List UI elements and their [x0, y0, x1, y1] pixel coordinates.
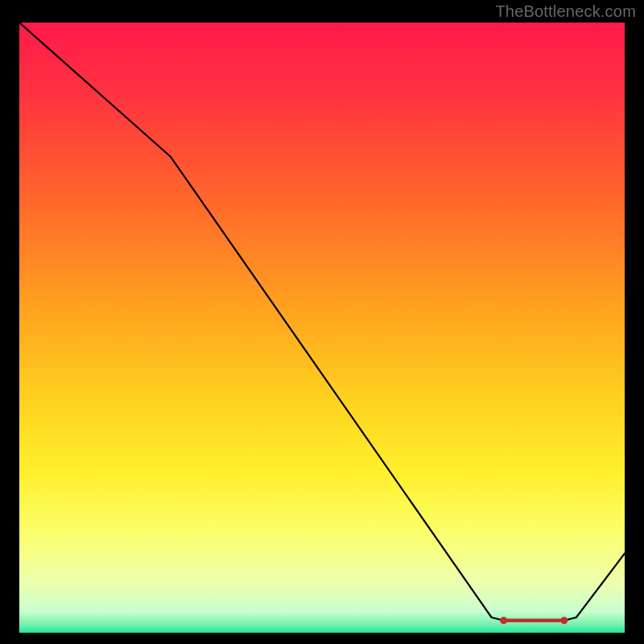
optimal-range-start-dot	[500, 617, 507, 624]
optimal-range-end-dot	[560, 617, 568, 624]
plot-area	[19, 23, 625, 633]
plot-svg	[19, 23, 625, 633]
attribution-text: TheBottleneck.com	[495, 2, 636, 21]
chart-frame: TheBottleneck.com	[0, 0, 644, 644]
heat-background	[19, 23, 625, 633]
